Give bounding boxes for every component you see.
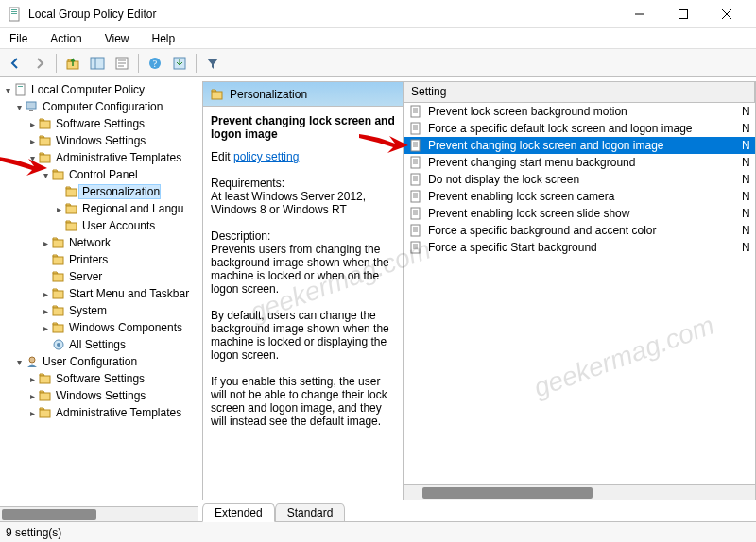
requirements-label: Requirements: <box>211 177 395 190</box>
expand-icon[interactable]: ▸ <box>26 374 38 384</box>
svg-rect-29 <box>53 240 63 247</box>
folder-icon <box>38 134 53 147</box>
tree-user-accounts[interactable]: User Accounts <box>0 217 198 234</box>
svg-rect-25 <box>53 172 63 179</box>
forward-button[interactable] <box>28 52 51 75</box>
tree-user-config[interactable]: ▾ User Configuration <box>0 353 198 370</box>
setting-label: Prevent lock screen background motion <box>424 105 742 118</box>
setting-row[interactable]: Prevent lock screen background motionN <box>404 103 755 120</box>
expand-icon[interactable]: ▸ <box>40 238 51 248</box>
menu-view[interactable]: View <box>101 30 133 47</box>
policy-title: Prevent changing lock screen and logon i… <box>211 114 395 141</box>
tree-network[interactable]: ▸ Network <box>0 234 198 251</box>
tree-server[interactable]: Server <box>0 268 198 285</box>
column-setting[interactable]: Setting <box>404 82 755 102</box>
tree-start-menu[interactable]: ▸ Start Menu and Taskbar <box>0 285 198 302</box>
folder-icon <box>38 151 53 164</box>
setting-row[interactable]: Force a specific default lock screen and… <box>404 120 755 137</box>
expand-icon[interactable]: ▸ <box>40 306 51 316</box>
collapse-icon[interactable]: ▾ <box>13 357 25 367</box>
setting-row[interactable]: Prevent changing start menu backgroundN <box>404 154 755 171</box>
back-button[interactable] <box>4 52 26 75</box>
policy-tree[interactable]: ▾ Local Computer Policy ▾ Computer Confi… <box>0 77 198 506</box>
expand-icon[interactable]: ▸ <box>53 204 64 214</box>
tree-label: Administrative Templates <box>53 406 181 419</box>
svg-rect-38 <box>40 376 50 383</box>
edit-policy-line: Edit policy setting <box>211 150 395 163</box>
scrollbar-thumb[interactable] <box>2 509 96 520</box>
settings-hscrollbar[interactable] <box>404 484 755 500</box>
svg-rect-22 <box>40 121 50 128</box>
menu-action[interactable]: Action <box>46 30 85 47</box>
tree-personalization[interactable]: Personalization <box>0 183 198 200</box>
tree-control-panel[interactable]: ▾ Control Panel <box>0 166 198 183</box>
tree-all-settings[interactable]: All Settings <box>0 336 198 353</box>
tree-uc-admin[interactable]: ▸ Administrative Templates <box>0 404 198 421</box>
svg-rect-32 <box>53 291 63 298</box>
tree-root[interactable]: ▾ Local Computer Policy <box>0 81 198 98</box>
expand-icon[interactable]: ▸ <box>26 391 38 401</box>
tab-extended[interactable]: Extended <box>202 503 275 522</box>
expand-icon[interactable]: ▸ <box>40 289 51 299</box>
collapse-icon[interactable]: ▾ <box>13 102 25 112</box>
properties-button[interactable] <box>111 52 133 75</box>
tree-label: Software Settings <box>53 117 145 130</box>
setting-row[interactable]: Prevent enabling lock screen slide showN <box>404 205 755 222</box>
tree-software-settings[interactable]: ▸ Software Settings <box>0 115 198 132</box>
setting-state: N <box>742 156 751 169</box>
menu-file[interactable]: File <box>6 30 31 47</box>
svg-rect-26 <box>66 189 77 196</box>
collapse-icon[interactable]: ▾ <box>26 153 38 163</box>
folder-icon <box>51 236 66 249</box>
svg-text:?: ? <box>153 59 158 69</box>
close-button[interactable] <box>705 0 748 28</box>
help-button[interactable]: ? <box>144 52 166 75</box>
collapse-icon[interactable]: ▾ <box>40 170 51 180</box>
tab-standard[interactable]: Standard <box>275 503 346 522</box>
svg-rect-27 <box>66 206 77 213</box>
minimize-button[interactable] <box>618 0 662 28</box>
setting-row[interactable]: Force a specific Start backgroundN <box>404 239 755 256</box>
expand-icon[interactable]: ▸ <box>40 323 51 333</box>
tree-label: Computer Configuration <box>40 100 163 113</box>
tree-printers[interactable]: Printers <box>0 251 198 268</box>
tree-windows-components[interactable]: ▸ Windows Components <box>0 319 198 336</box>
show-hide-tree-button[interactable] <box>86 52 109 75</box>
tree-admin-templates[interactable]: ▾ Administrative Templates <box>0 149 198 166</box>
setting-state: N <box>742 139 751 152</box>
setting-label: Prevent enabling lock screen slide show <box>424 207 742 220</box>
maximize-button[interactable] <box>662 0 705 28</box>
setting-row[interactable]: Force a specific background and accent c… <box>404 222 755 239</box>
setting-row[interactable]: Prevent enabling lock screen cameraN <box>404 188 755 205</box>
expand-icon[interactable]: ▸ <box>26 408 38 418</box>
tree-uc-windows[interactable]: ▸ Windows Settings <box>0 387 198 404</box>
tree-hscrollbar[interactable] <box>0 506 198 521</box>
tree-label: Control Panel <box>66 168 138 181</box>
svg-point-36 <box>57 343 60 347</box>
tree-label: Windows Components <box>66 321 182 334</box>
edit-policy-link[interactable]: policy setting <box>233 150 299 163</box>
up-level-button[interactable] <box>61 52 84 75</box>
scrollbar-thumb[interactable] <box>422 487 593 499</box>
export-button[interactable] <box>168 52 191 75</box>
tree-label: Printers <box>66 253 108 266</box>
expand-icon[interactable]: ▸ <box>26 119 38 129</box>
settings-list[interactable]: Prevent lock screen background motionNFo… <box>404 103 755 484</box>
tree-computer-config[interactable]: ▾ Computer Configuration <box>0 98 198 115</box>
setting-row[interactable]: Prevent changing lock screen and logon i… <box>404 137 755 154</box>
filter-button[interactable] <box>201 52 224 75</box>
tree-regional[interactable]: ▸ Regional and Langu <box>0 200 198 217</box>
collapse-icon[interactable]: ▾ <box>2 85 13 95</box>
svg-rect-23 <box>40 138 50 145</box>
tree-windows-settings[interactable]: ▸ Windows Settings <box>0 132 198 149</box>
tree-system[interactable]: ▸ System <box>0 302 198 319</box>
tree-uc-software[interactable]: ▸ Software Settings <box>0 370 198 387</box>
svg-rect-70 <box>411 225 420 236</box>
description-header: Personalization <box>203 82 403 107</box>
folder-icon <box>51 270 66 283</box>
expand-icon[interactable]: ▸ <box>26 136 38 146</box>
svg-rect-5 <box>679 9 688 18</box>
svg-rect-24 <box>40 155 50 162</box>
menu-help[interactable]: Help <box>148 30 180 47</box>
setting-row[interactable]: Do not display the lock screenN <box>404 171 755 188</box>
